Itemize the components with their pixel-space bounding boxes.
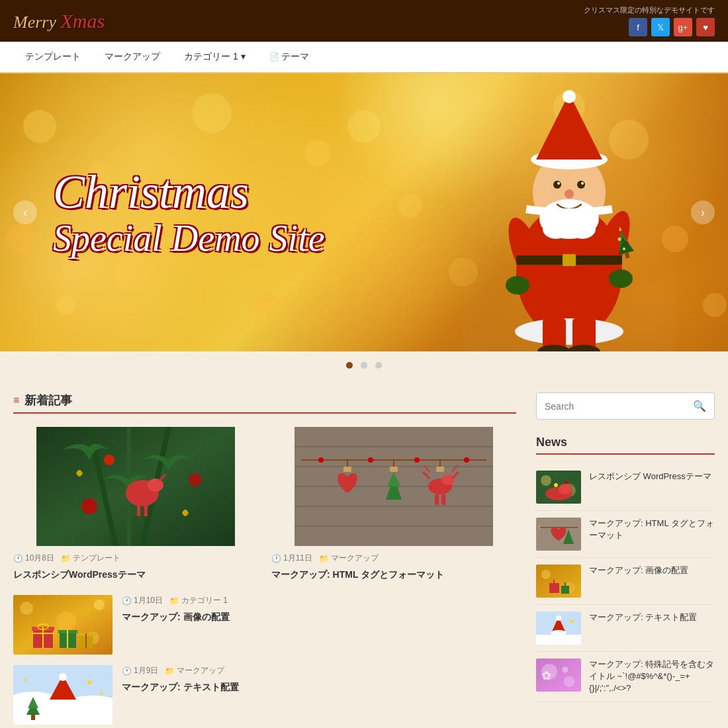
site-header: Merry Xmas クリスマス限定の特別なデモサイトです f 𝕏 g+ ♥ xyxy=(0,0,728,42)
svg-point-26 xyxy=(543,219,569,239)
article-list-info-1: 🕐 1月10日 📁 カテゴリー 1 マークアップ: 画像の配置 xyxy=(122,595,516,624)
article-list-item-1: 🕐 1月10日 📁 カテゴリー 1 マークアップ: 画像の配置 xyxy=(13,595,516,655)
slider-dot-2[interactable] xyxy=(361,362,367,369)
svg-point-30 xyxy=(557,182,560,185)
nav-link-markup[interactable]: マークアップ xyxy=(93,42,172,72)
news-title-4[interactable]: マークアップ: テキスト配置 xyxy=(589,612,697,623)
article-list-item-2: ★ ★ ★ 🕐 1月9日 📁 マークアップ xyxy=(13,665,516,725)
list-date-2: 🕐 1月9日 xyxy=(122,665,158,676)
news-title-3[interactable]: マークアップ: 画像の配置 xyxy=(589,565,688,576)
svg-point-129 xyxy=(541,570,551,579)
article-list-title-2[interactable]: マークアップ: テキスト配置 xyxy=(122,680,516,694)
slider-dot-1[interactable] xyxy=(346,362,353,369)
main-content: ≡ 新着記事 xyxy=(0,379,728,728)
search-button[interactable]: 🔍 xyxy=(685,393,714,419)
article-thumb-2 xyxy=(271,427,516,546)
nav-link-theme[interactable]: 📄 テーマ xyxy=(257,42,322,72)
svg-rect-51 xyxy=(137,503,140,516)
article-category-2: 📁 マークアップ xyxy=(319,553,379,564)
list-icon: ≡ xyxy=(13,394,19,406)
search-input[interactable] xyxy=(537,394,685,418)
hero-slider: Christmas Special Demo Site xyxy=(0,73,728,351)
svg-point-57 xyxy=(189,473,202,486)
hero-santa xyxy=(463,100,675,351)
news-thumb-2 xyxy=(536,518,581,551)
svg-point-86 xyxy=(464,457,469,463)
svg-rect-131 xyxy=(549,583,559,593)
svg-point-16 xyxy=(515,318,623,345)
svg-point-90 xyxy=(94,600,105,610)
svg-point-138 xyxy=(551,630,567,635)
article-list-title-1[interactable]: マークアップ: 画像の配置 xyxy=(122,610,516,624)
article-list-info-2: 🕐 1月9日 📁 マークアップ マークアップ: テキスト配置 xyxy=(122,665,516,694)
list-category-2: 📁 マークアップ xyxy=(165,665,224,676)
svg-point-123 xyxy=(565,481,568,484)
social-icons: f 𝕏 g+ ♥ xyxy=(629,18,715,36)
slider-next-button[interactable]: › xyxy=(691,201,715,224)
news-title-5[interactable]: マークアップ: 特殊記号を含むタイトル ~`!@#$%^&*()-_=+{}|/… xyxy=(589,659,715,695)
news-item-1: レスポンシブ WordPressテーマ xyxy=(536,464,715,511)
twitter-icon[interactable]: 𝕏 xyxy=(651,18,670,36)
article-list-thumb-2: ★ ★ ★ xyxy=(13,665,113,725)
news-title-2[interactable]: マークアップ: HTML タグとフォーマット xyxy=(589,518,715,541)
svg-point-85 xyxy=(414,457,420,463)
svg-point-28 xyxy=(553,181,561,189)
svg-point-83 xyxy=(318,457,324,463)
svg-point-27 xyxy=(569,219,596,239)
svg-rect-70 xyxy=(390,467,398,472)
svg-rect-113 xyxy=(31,715,35,720)
santa-svg xyxy=(470,87,668,351)
article-meta-1: 🕐 10月8日 📁 テンプレート xyxy=(13,553,258,564)
svg-point-89 xyxy=(56,612,76,631)
svg-rect-68 xyxy=(343,467,351,472)
svg-point-88 xyxy=(20,602,33,615)
nav-item-theme: 📄 テーマ xyxy=(257,42,322,72)
slider-dots xyxy=(0,351,728,379)
article-category-1: 📁 テンプレート xyxy=(61,553,120,564)
header-right: クリスマス限定の特別なデモサイトです f 𝕏 g+ ♥ xyxy=(584,5,715,36)
svg-point-121 xyxy=(559,484,572,494)
svg-rect-82 xyxy=(441,494,445,505)
sidebar-news-title: News xyxy=(536,435,715,455)
svg-rect-39 xyxy=(625,252,630,258)
news-list: レスポンシブ WordPressテーマ マークアップ: HTML タグとフォーマ… xyxy=(536,464,715,702)
googleplus-icon[interactable]: g+ xyxy=(674,18,692,36)
news-thumb-5: ✿ ❄ xyxy=(536,659,581,692)
svg-point-110 xyxy=(59,673,67,681)
slider-dot-3[interactable] xyxy=(375,362,382,369)
article-title-1[interactable]: レスポンシブWordPressテーマ xyxy=(13,568,258,582)
svg-point-35 xyxy=(506,276,529,295)
svg-point-58 xyxy=(104,455,114,465)
facebook-icon[interactable]: f xyxy=(629,18,647,36)
svg-text:★: ★ xyxy=(86,678,93,687)
nav-link-category[interactable]: カテゴリー 1 xyxy=(172,42,257,72)
svg-text:★: ★ xyxy=(23,677,28,683)
svg-point-56 xyxy=(81,498,97,514)
content-area: ≡ 新着記事 xyxy=(13,392,516,728)
svg-point-29 xyxy=(577,181,585,189)
heart-icon[interactable]: ♥ xyxy=(696,18,715,36)
svg-text:❄: ❄ xyxy=(561,664,569,675)
svg-text:★: ★ xyxy=(99,690,104,696)
news-thumb-4: ★ xyxy=(536,612,581,645)
svg-rect-74 xyxy=(436,467,444,472)
article-title-2[interactable]: マークアップ: HTML タグとフォーマット xyxy=(271,568,516,582)
slider-prev-button[interactable]: ‹ xyxy=(13,201,37,224)
svg-rect-81 xyxy=(435,494,439,505)
article-list-thumb-1 xyxy=(13,595,113,655)
news-thumb-1 xyxy=(536,471,581,504)
nav-link-template[interactable]: テンプレート xyxy=(13,42,93,72)
section-title-label: 新着記事 xyxy=(24,392,72,408)
svg-point-24 xyxy=(563,90,576,103)
svg-point-32 xyxy=(565,189,574,199)
svg-rect-136 xyxy=(536,635,581,645)
article-list: 🕐 1月10日 📁 カテゴリー 1 マークアップ: 画像の配置 xyxy=(13,595,516,725)
svg-rect-52 xyxy=(144,503,148,516)
news-item-4: ★ マークアップ: テキスト配置 xyxy=(536,605,715,652)
news-title-1[interactable]: レスポンシブ WordPressテーマ xyxy=(589,471,711,482)
hero-line1: Christmas xyxy=(53,166,325,218)
header-tagline: クリスマス限定の特別なデモサイトです xyxy=(584,5,715,15)
news-item-5: ✿ ❄ マークアップ: 特殊記号を含むタイトル ~`!@#$%^&*()-_=+… xyxy=(536,652,715,702)
svg-text:★: ★ xyxy=(569,617,575,625)
sidebar: 🔍 News レスポンシブ WordP xyxy=(536,392,715,728)
